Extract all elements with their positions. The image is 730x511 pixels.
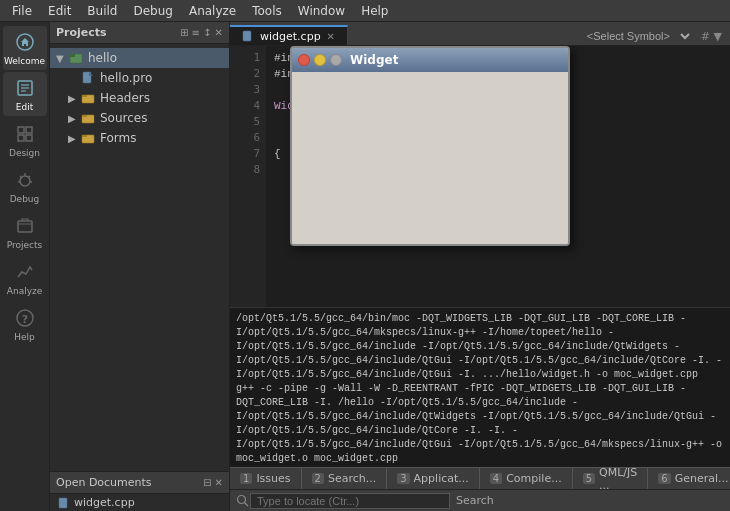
tab-num-search: 2 [312,473,324,484]
sidebar-label-analyze: Analyze [7,286,42,296]
sidebar-btn-analyze[interactable]: Analyze [3,256,47,300]
editor-toolbar-icons: # ▼ [697,30,726,43]
svg-rect-19 [70,54,75,57]
window-close-btn[interactable] [298,54,310,66]
menu-window[interactable]: Window [290,2,353,20]
editor-tab-label: widget.cpp [260,30,321,43]
folder-icon-sources [80,110,96,126]
editor-tab-close[interactable]: ✕ [327,31,335,42]
tab-label-search: Search... [328,472,376,485]
tab-label-issues: Issues [256,472,290,485]
tree-item-hello-pro[interactable]: hello.pro [50,68,229,88]
svg-point-29 [238,495,246,503]
menu-edit[interactable]: Edit [40,2,79,20]
editor-tab-widget-cpp[interactable]: widget.cpp ✕ [230,25,348,45]
tree-label-hello: hello [88,51,117,65]
bottom-tab-search[interactable]: 2 Search... [302,468,388,489]
bottom-tab-qmljs[interactable]: 5 QML/JS ... [573,468,649,489]
design-icon [13,122,37,146]
projects-panel-header: Projects ⊞ ≡ ↕ ✕ [50,22,229,44]
projects-panel-icons: ⊞ ≡ ↕ ✕ [180,27,223,38]
open-docs-item-widget[interactable]: widget.cpp [50,494,229,511]
svg-rect-26 [82,135,87,137]
tree-arrow-forms: ▶ [68,133,80,144]
build-output: /opt/Qt5.1/5.5/gcc_64/bin/moc -DQT_WIDGE… [230,307,730,467]
search-label: Search [456,494,494,507]
sidebar-btn-edit[interactable]: Edit [3,72,47,116]
tree-arrow-sources: ▶ [68,113,80,124]
svg-rect-27 [59,498,67,508]
search-input[interactable] [250,493,450,509]
tab-num-general: 6 [658,473,670,484]
svg-rect-15 [18,221,32,232]
tree-arrow-headers: ▶ [68,93,80,104]
code-editor: 1 2 3 4 5 6 7 8 #include "widget.h" #inc… [230,46,730,307]
symbol-select[interactable]: <Select Symbol> [577,27,693,45]
bottom-tabs: 1 Issues 2 Search... 3 Applicat... 4 Com… [230,467,730,489]
menu-debug[interactable]: Debug [125,2,180,20]
sidebar-label-help: Help [14,332,35,342]
bottom-tab-issues[interactable]: 1 Issues [230,468,302,489]
search-glass-icon [236,494,250,508]
svg-rect-7 [18,135,24,141]
open-docs-title: Open Documents [56,476,152,489]
search-bar: Search [230,489,730,511]
tree-label-headers: Headers [100,91,150,105]
sidebar-label-projects: Projects [7,240,42,250]
sidebar-btn-welcome[interactable]: Welcome [3,26,47,70]
projects-panel: Projects ⊞ ≡ ↕ ✕ ▼ hello [50,22,230,471]
line-numbers: 1 2 3 4 5 6 7 8 [230,46,266,307]
tab-num-compile: 4 [490,473,502,484]
widget-window-title: Widget [350,53,398,67]
editor-tabs: widget.cpp ✕ <Select Symbol> # ▼ [230,22,730,46]
tree-label-hello-pro: hello.pro [100,71,152,85]
sidebar-btn-help[interactable]: ? Help [3,302,47,346]
open-docs-icons: ⊟ ✕ [203,477,223,488]
open-docs-panel: Open Documents ⊟ ✕ widget.cpp [50,471,230,511]
window-minimize-btn[interactable] [314,54,326,66]
build-line-2: g++ -c -pipe -g -Wall -W -D_REENTRANT -f… [236,382,724,466]
bottom-tab-general[interactable]: 6 General... [648,468,730,489]
project-tree: ▼ hello hello.pro ▶ [50,44,229,471]
main-area: Welcome Edit Design Debug Projects [0,22,730,511]
tree-item-hello[interactable]: ▼ hello [50,48,229,68]
menu-analyze[interactable]: Analyze [181,2,244,20]
tree-item-forms[interactable]: ▶ Forms [50,128,229,148]
svg-rect-5 [18,127,24,133]
widget-window: Widget [290,46,570,246]
folder-icon-forms [80,130,96,146]
menu-tools[interactable]: Tools [244,2,290,20]
open-docs-header: Open Documents ⊟ ✕ [50,472,229,494]
widget-body [292,72,568,244]
open-docs-label: widget.cpp [74,496,135,509]
svg-rect-6 [26,127,32,133]
projects-icon [13,214,37,238]
menu-file[interactable]: File [4,2,40,20]
project-icon [68,50,84,66]
bottom-tab-applicat[interactable]: 3 Applicat... [387,468,480,489]
left-panels: Projects ⊞ ≡ ↕ ✕ ▼ hello [50,22,230,511]
window-maximize-btn[interactable] [330,54,342,66]
svg-text:?: ? [21,313,27,326]
tree-item-headers[interactable]: ▶ Headers [50,88,229,108]
tree-item-sources[interactable]: ▶ Sources [50,108,229,128]
sidebar-btn-design[interactable]: Design [3,118,47,162]
menu-help[interactable]: Help [353,2,396,20]
tab-num-issues: 1 [240,473,252,484]
welcome-icon [13,30,37,54]
svg-line-30 [245,502,249,506]
sidebar-label-welcome: Welcome [4,56,45,66]
widget-titlebar: Widget [292,48,568,72]
tree-arrow-hello: ▼ [56,53,68,64]
menubar: File Edit Build Debug Analyze Tools Wind… [0,0,730,22]
bottom-tab-compile[interactable]: 4 Compile... [480,468,573,489]
menu-build[interactable]: Build [79,2,125,20]
right-area: widget.cpp ✕ <Select Symbol> # ▼ 1 2 3 4… [230,22,730,511]
sidebar-btn-projects[interactable]: Projects [3,210,47,254]
svg-rect-22 [82,95,87,97]
tab-label-qmljs: QML/JS ... [599,466,637,492]
window-buttons [298,54,342,66]
sidebar-btn-debug[interactable]: Debug [3,164,47,208]
sidebar-label-design: Design [9,148,40,158]
svg-rect-24 [82,115,87,117]
